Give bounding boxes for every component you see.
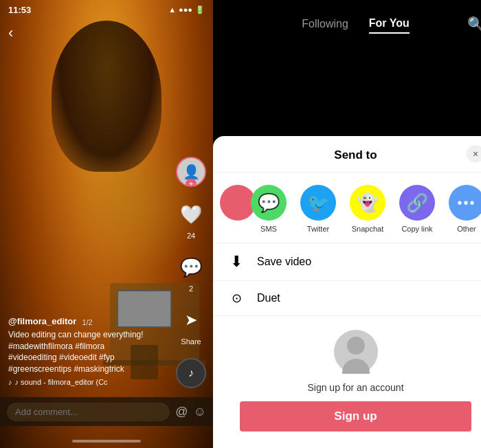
save-video-icon: ⬇ <box>227 253 246 271</box>
status-icons: ▲ ●●● 🔋 <box>168 5 205 14</box>
twitter-label: Twitter <box>307 225 329 233</box>
battery-icon: 🔋 <box>195 5 205 14</box>
video-area <box>213 48 481 136</box>
other-label: Other <box>457 225 476 233</box>
back-button[interactable]: ‹ <box>8 24 13 42</box>
music-text: ♪ sound - filmora_editor (Cc <box>15 378 108 386</box>
heart-icon[interactable]: 🤍 <box>176 199 206 229</box>
video-username: @filmora_editor <box>8 316 76 326</box>
duet-label: Duet <box>257 292 280 304</box>
signup-text: Sign up for an account <box>307 382 403 393</box>
search-icon[interactable]: 🔍 <box>467 16 481 32</box>
comment-bar: @ ☺ <box>0 397 213 426</box>
sms-icon: 💬 <box>251 185 287 221</box>
profile-avatar[interactable]: 👤 <box>176 157 206 187</box>
snapchat-icon: 👻 <box>350 185 385 221</box>
right-panel: Following For You 🔍 Send to × 💬 SMS 🐦 Tw… <box>213 0 481 448</box>
comment-icon[interactable]: 💬 <box>176 252 206 282</box>
sheet-title: Send to <box>334 148 377 162</box>
sheet-header: Send to × <box>213 136 481 172</box>
emoji-icon[interactable]: ☺ <box>194 405 206 419</box>
share-item-copylink[interactable]: 🔗 Copy link <box>392 185 442 233</box>
other-icon: ••• <box>449 185 481 221</box>
avatar-head <box>347 337 365 355</box>
comment-count: 2 <box>189 284 193 293</box>
avatar-icon: 👤 <box>183 164 200 180</box>
share-label: Share <box>181 337 201 346</box>
comment-input[interactable] <box>7 403 170 421</box>
duet-row[interactable]: ⊙ Duet <box>213 280 481 315</box>
action-buttons: 👤 🤍 24 💬 2 ➤ Share ♪ <box>176 157 206 388</box>
save-video-row[interactable]: ⬇ Save video <box>213 243 481 280</box>
sms-label: SMS <box>260 225 277 233</box>
silhouette <box>52 21 161 172</box>
partial-icon-item <box>220 185 244 221</box>
wifi-icon: ▲ <box>168 5 176 14</box>
video-caption: Video editing can change everything! #ma… <box>8 329 172 375</box>
profile-action[interactable]: 👤 <box>176 157 206 187</box>
share-icon[interactable]: ➤ <box>176 305 206 335</box>
close-button[interactable]: × <box>467 145 481 163</box>
share-item-twitter[interactable]: 🐦 Twitter <box>293 185 343 233</box>
copylink-label: Copy link <box>401 225 432 233</box>
home-indicator <box>72 440 141 443</box>
avatar-body <box>342 359 370 374</box>
like-action[interactable]: 🤍 24 <box>176 199 206 240</box>
send-to-sheet: Send to × 💬 SMS 🐦 Twitter 👻 Snapchat <box>213 136 481 448</box>
mention-icon[interactable]: @ <box>175 405 188 419</box>
top-nav: Following For You 🔍 <box>213 0 481 48</box>
phone-panel: 11:53 ▲ ●●● 🔋 ‹ 👤 🤍 24 💬 2 ➤ Share ♪ <box>0 0 213 448</box>
duet-icon: ⊙ <box>227 291 246 306</box>
save-video-label: Save video <box>257 256 311 268</box>
music-disc-icon[interactable]: ♪ <box>176 358 206 388</box>
tab-following[interactable]: Following <box>302 15 348 33</box>
status-bar: 11:53 ▲ ●●● 🔋 <box>0 0 213 19</box>
avatar-placeholder <box>334 330 378 374</box>
copylink-icon: 🔗 <box>399 185 435 221</box>
music-note-icon: ♪ <box>8 378 12 386</box>
video-date: 1/2 <box>82 318 92 326</box>
comment-action[interactable]: 💬 2 <box>176 252 206 293</box>
share-item-sms[interactable]: 💬 SMS <box>244 185 293 233</box>
signal-icon: ●●● <box>179 5 192 14</box>
share-row: 💬 SMS 🐦 Twitter 👻 Snapchat 🔗 Copy link •… <box>213 172 481 243</box>
signup-button[interactable]: Sign up <box>240 401 472 432</box>
tab-foryou[interactable]: For You <box>369 14 410 34</box>
share-action[interactable]: ➤ Share <box>176 305 206 346</box>
video-info: @filmora_editor 1/2 Video editing can ch… <box>8 316 172 386</box>
signup-section: Sign up for an account Sign up <box>213 315 481 448</box>
snapchat-label: Snapchat <box>352 225 383 233</box>
like-count: 24 <box>187 232 195 240</box>
nav-tabs: Following For You <box>302 14 410 34</box>
share-item-snapchat[interactable]: 👻 Snapchat <box>343 185 392 233</box>
time-display: 11:53 <box>8 5 31 15</box>
music-action[interactable]: ♪ <box>176 358 206 388</box>
share-item-other[interactable]: ••• Other <box>442 185 481 233</box>
video-music: ♪ ♪ sound - filmora_editor (Cc <box>8 378 172 386</box>
twitter-icon: 🐦 <box>300 185 336 221</box>
